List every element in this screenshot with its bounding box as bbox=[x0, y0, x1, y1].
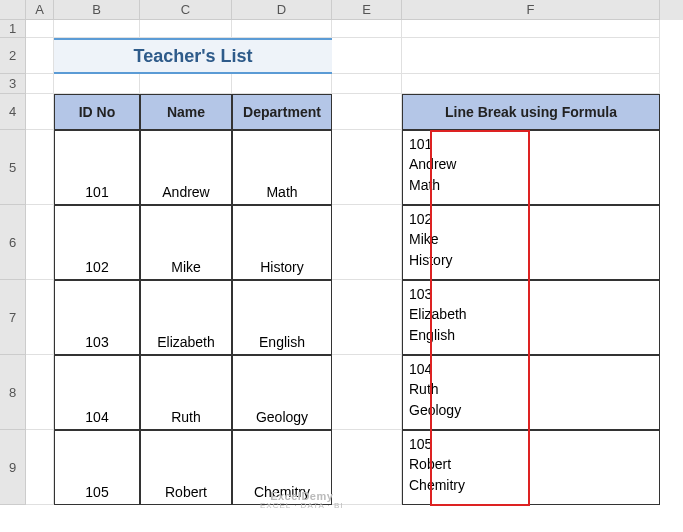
f5-line2: Andrew bbox=[409, 154, 456, 174]
cell-A8[interactable] bbox=[26, 355, 54, 430]
cell-D1[interactable] bbox=[232, 20, 332, 38]
cell-E6[interactable] bbox=[332, 205, 402, 280]
row-header-3[interactable]: 3 bbox=[0, 74, 26, 94]
row-header-8[interactable]: 8 bbox=[0, 355, 26, 430]
column-headers-row: A B C D E F bbox=[0, 0, 683, 20]
f9-line3: Chemitry bbox=[409, 475, 465, 495]
cell-D6[interactable]: History bbox=[232, 205, 332, 280]
header-formula[interactable]: Line Break using Formula bbox=[402, 94, 660, 130]
f6-line1: 102 bbox=[409, 209, 432, 229]
col-header-F[interactable]: F bbox=[402, 0, 660, 20]
cell-C7[interactable]: Elizabeth bbox=[140, 280, 232, 355]
cell-F8[interactable]: 104 Ruth Geology bbox=[402, 355, 660, 430]
row-header-9[interactable]: 9 bbox=[0, 430, 26, 505]
row-4: 4 ID No Name Department Line Break using… bbox=[0, 94, 683, 130]
cell-B5[interactable]: 101 bbox=[54, 130, 140, 205]
f6-line2: Mike bbox=[409, 229, 439, 249]
cell-A9[interactable] bbox=[26, 430, 54, 505]
row-8: 8 104 Ruth Geology 104 Ruth Geology bbox=[0, 355, 683, 430]
cell-E4[interactable] bbox=[332, 94, 402, 130]
cell-A2[interactable] bbox=[26, 38, 54, 74]
cell-C1[interactable] bbox=[140, 20, 232, 38]
cell-B1[interactable] bbox=[54, 20, 140, 38]
f7-line1: 103 bbox=[409, 284, 432, 304]
cell-C5[interactable]: Andrew bbox=[140, 130, 232, 205]
cell-E7[interactable] bbox=[332, 280, 402, 355]
f5-line1: 101 bbox=[409, 134, 432, 154]
header-dept[interactable]: Department bbox=[232, 94, 332, 130]
row-9: 9 105 Robert Chemitry 105 Robert Chemitr… bbox=[0, 430, 683, 505]
cell-B7[interactable]: 103 bbox=[54, 280, 140, 355]
cell-D5[interactable]: Math bbox=[232, 130, 332, 205]
cell-C3[interactable] bbox=[140, 74, 232, 94]
cell-D7[interactable]: English bbox=[232, 280, 332, 355]
cell-F3[interactable] bbox=[402, 74, 660, 94]
cell-D9[interactable]: Chemitry bbox=[232, 430, 332, 505]
cell-A1[interactable] bbox=[26, 20, 54, 38]
cell-F1[interactable] bbox=[402, 20, 660, 38]
cell-E1[interactable] bbox=[332, 20, 402, 38]
cell-E3[interactable] bbox=[332, 74, 402, 94]
cell-A5[interactable] bbox=[26, 130, 54, 205]
cell-B6[interactable]: 102 bbox=[54, 205, 140, 280]
f8-line1: 104 bbox=[409, 359, 432, 379]
row-header-6[interactable]: 6 bbox=[0, 205, 26, 280]
cell-B3[interactable] bbox=[54, 74, 140, 94]
cell-C9[interactable]: Robert bbox=[140, 430, 232, 505]
cell-E5[interactable] bbox=[332, 130, 402, 205]
cell-E2[interactable] bbox=[332, 38, 402, 74]
cell-A4[interactable] bbox=[26, 94, 54, 130]
row-3: 3 bbox=[0, 74, 683, 94]
cell-F6[interactable]: 102 Mike History bbox=[402, 205, 660, 280]
cell-A7[interactable] bbox=[26, 280, 54, 355]
col-header-E[interactable]: E bbox=[332, 0, 402, 20]
cell-E8[interactable] bbox=[332, 355, 402, 430]
col-header-C[interactable]: C bbox=[140, 0, 232, 20]
cell-D3[interactable] bbox=[232, 74, 332, 94]
row-header-7[interactable]: 7 bbox=[0, 280, 26, 355]
header-id[interactable]: ID No bbox=[54, 94, 140, 130]
f7-line3: English bbox=[409, 325, 455, 345]
f9-line2: Robert bbox=[409, 454, 451, 474]
cell-B8[interactable]: 104 bbox=[54, 355, 140, 430]
select-all-corner[interactable] bbox=[0, 0, 26, 20]
cell-A3[interactable] bbox=[26, 74, 54, 94]
row-header-1[interactable]: 1 bbox=[0, 20, 26, 38]
cell-C6[interactable]: Mike bbox=[140, 205, 232, 280]
row-header-4[interactable]: 4 bbox=[0, 94, 26, 130]
row-header-2[interactable]: 2 bbox=[0, 38, 26, 74]
f9-line1: 105 bbox=[409, 434, 432, 454]
cell-F7[interactable]: 103 Elizabeth English bbox=[402, 280, 660, 355]
cell-A6[interactable] bbox=[26, 205, 54, 280]
col-header-D[interactable]: D bbox=[232, 0, 332, 20]
cell-D8[interactable]: Geology bbox=[232, 355, 332, 430]
f8-line2: Ruth bbox=[409, 379, 439, 399]
row-header-5[interactable]: 5 bbox=[0, 130, 26, 205]
row-5: 5 101 Andrew Math 101 Andrew Math bbox=[0, 130, 683, 205]
row-6: 6 102 Mike History 102 Mike History bbox=[0, 205, 683, 280]
row-1: 1 bbox=[0, 20, 683, 38]
row-2: 2 Teacher's List bbox=[0, 38, 683, 74]
spreadsheet-grid: A B C D E F 1 2 Teacher's List 3 4 I bbox=[0, 0, 683, 505]
f8-line3: Geology bbox=[409, 400, 461, 420]
cell-E9[interactable] bbox=[332, 430, 402, 505]
cell-F2[interactable] bbox=[402, 38, 660, 74]
cell-B9[interactable]: 105 bbox=[54, 430, 140, 505]
f6-line3: History bbox=[409, 250, 453, 270]
f7-line2: Elizabeth bbox=[409, 304, 467, 324]
cell-F9[interactable]: 105 Robert Chemitry bbox=[402, 430, 660, 505]
header-name[interactable]: Name bbox=[140, 94, 232, 130]
cell-C8[interactable]: Ruth bbox=[140, 355, 232, 430]
col-header-A[interactable]: A bbox=[26, 0, 54, 20]
title-cell[interactable]: Teacher's List bbox=[54, 38, 332, 74]
cell-F5[interactable]: 101 Andrew Math bbox=[402, 130, 660, 205]
row-7: 7 103 Elizabeth English 103 Elizabeth En… bbox=[0, 280, 683, 355]
col-header-B[interactable]: B bbox=[54, 0, 140, 20]
f5-line3: Math bbox=[409, 175, 440, 195]
